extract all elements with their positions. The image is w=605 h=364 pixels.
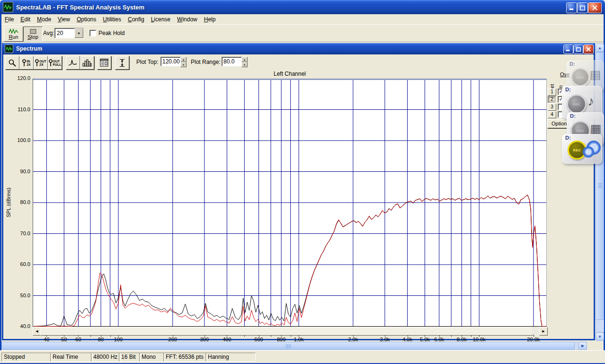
close-button[interactable] [588, 2, 602, 13]
spectrum-window-title: Spectrum [16, 45, 42, 52]
vertical-range-icon [119, 59, 125, 67]
menu-options[interactable]: Options [73, 15, 99, 24]
bar-plot-mode-button[interactable] [80, 56, 94, 70]
window-title: SpectraLAB - FFT Spectral Analysis Syste… [16, 4, 144, 11]
zoom-button[interactable] [5, 56, 19, 70]
overlay-set-button-2[interactable]: 2 [548, 96, 556, 103]
plot-top-spin-down-icon[interactable]: ▼ [180, 62, 187, 67]
spectrum-minimize-button[interactable] [563, 44, 573, 54]
plot-top-input[interactable]: 120.00 [160, 57, 181, 66]
status-16-bit: 16 Bit [119, 353, 141, 362]
h-scroll-thumb[interactable] [1, 342, 575, 350]
y-tick-90: 90.0 [9, 169, 30, 174]
plot-scroll-right-icon[interactable]: ▶ [539, 327, 548, 336]
cd-disc-icon [583, 146, 594, 158]
plot-top-spinner[interactable]: ▲ ▼ [180, 57, 187, 67]
film-strip-icon: ▦ [590, 123, 602, 134]
zoom-out-full-button[interactable]: OUTFULL [48, 56, 62, 70]
avg-dropdown-arrow-icon[interactable]: ▼ [74, 28, 83, 38]
display-options-button[interactable] [97, 56, 111, 70]
y-tick-70: 70.0 [9, 231, 30, 236]
overlay-set-button-3[interactable]: 3 [548, 104, 556, 111]
plot-scroll-thumb[interactable] [40, 327, 533, 336]
vertical-scale-button[interactable] [115, 56, 129, 70]
overlay-set-button-1[interactable]: 1 [548, 89, 556, 96]
line-plot-mode-button[interactable] [66, 56, 80, 70]
menu-config[interactable]: Config [125, 15, 148, 24]
music-note-icon: ♪ [587, 95, 594, 107]
scroll-down-icon[interactable]: ▼ [596, 332, 604, 341]
avg-value: 20 [57, 30, 63, 36]
y-tick-110: 110.0 [9, 107, 30, 112]
run-button[interactable]: Run [4, 27, 23, 42]
y-tick-60: 60.0 [9, 261, 30, 267]
plot-scroll-track[interactable] [532, 327, 539, 335]
plot-top-label: Plot Top: [136, 59, 158, 65]
screen: SpectraLAB - FFT Spectral Analysis Syste… [0, 0, 605, 364]
plot-range-input[interactable]: 80.0 [222, 57, 242, 66]
spectrum-maximize-button[interactable] [573, 44, 583, 54]
status-mono: Mono [139, 353, 165, 362]
menu-license[interactable]: License [148, 15, 174, 24]
stop-square-icon [30, 29, 36, 34]
cd-burner-icon[interactable]: D: REC [562, 134, 602, 164]
zoom-in-icon [22, 59, 27, 67]
bar-spectrum-icon [82, 59, 92, 67]
zoom-full-icon [49, 59, 53, 67]
menu-bar: FileEditModeViewOptionsUtilitiesConfigLi… [1, 14, 604, 25]
menu-utilities[interactable]: Utilities [99, 15, 125, 24]
status-48000-hz: 48000 Hz [91, 353, 121, 362]
h-scroll-grip [286, 344, 291, 348]
avg-dropdown[interactable]: 20 ▼ [54, 28, 84, 38]
stop-button-label: Stop [27, 34, 38, 40]
title-bar[interactable]: SpectraLAB - FFT Spectral Analysis Syste… [0, 0, 605, 14]
menu-view[interactable]: View [54, 15, 73, 24]
menu-mode[interactable]: Mode [34, 15, 54, 24]
spectrum-toolbar: IN2X OUT2X OUTFULL Plot Top: 120.00 ▲ ▼ [3, 54, 594, 70]
app-icon [3, 2, 13, 12]
y-tick-100: 100.0 [9, 137, 30, 143]
status-fft-65536-pts: FFT: 65536 pts [163, 353, 207, 362]
status-bar: StoppedReal Time48000 Hz16 BitMonoFFT: 6… [0, 350, 605, 363]
chart-title: Left Channel [33, 71, 547, 77]
plot-top-value: 120.00 [162, 58, 180, 65]
properties-window-icon [100, 59, 108, 67]
rec-button-icon: REC [567, 94, 587, 114]
v-scroll-grip [598, 183, 602, 188]
zoom-out-2x-button[interactable]: OUT2X [34, 56, 48, 70]
spectrum-title-bar[interactable]: Spectrum [2, 43, 595, 54]
status-hanning: Hanning [205, 353, 256, 362]
scroll-up-icon[interactable]: ▲ [596, 44, 604, 52]
y-tick-50: 50.0 [9, 293, 30, 298]
menu-file[interactable]: File [1, 15, 17, 24]
status-stopped: Stopped [1, 353, 52, 362]
peak-hold-checkbox[interactable] [89, 30, 96, 36]
peak-curve-icon [68, 59, 78, 67]
menu-window[interactable]: Window [174, 15, 201, 24]
plot-top-spin-up-icon[interactable]: ▲ [180, 57, 187, 62]
maximize-button[interactable] [577, 2, 588, 13]
menu-edit[interactable]: Edit [17, 15, 34, 24]
plot-range-label: Plot Range: [191, 59, 221, 65]
stop-button[interactable]: Stop [23, 27, 43, 42]
spectrum-chart [33, 79, 547, 327]
run-button-label: Run [9, 34, 18, 40]
plot-range-spin-up-icon[interactable]: ▲ [241, 57, 248, 62]
rec-button-icon: REC [571, 68, 590, 87]
overlay-set-button-4[interactable]: 4 [548, 111, 556, 118]
plot-range-spinner[interactable]: ▲ ▼ [241, 57, 248, 67]
spectrum-window-icon [5, 44, 13, 53]
spectrum-close-button[interactable] [583, 44, 594, 54]
run-waveform-icon [9, 28, 19, 34]
document-icon: ▤ [590, 69, 601, 80]
zoom-out-icon [35, 59, 39, 67]
y-tick-80: 80.0 [9, 199, 30, 205]
main-toolbar: Run Stop Avg: 20 ▼ Peak Hold [1, 24, 604, 42]
magnifier-icon [8, 59, 17, 67]
minimize-button[interactable] [566, 2, 577, 13]
y-tick-120: 120.0 [9, 75, 30, 81]
plot-range-spin-down-icon[interactable]: ▼ [241, 62, 248, 67]
scroll-right-icon[interactable]: ▶ [578, 342, 587, 350]
zoom-in-2x-button[interactable]: IN2X [19, 56, 34, 70]
menu-help[interactable]: Help [201, 15, 219, 24]
